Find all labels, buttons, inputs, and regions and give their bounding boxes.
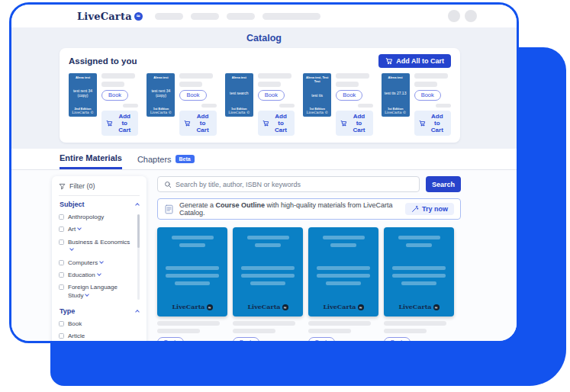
cover-text-placeholder [392,274,446,278]
book-cover-thumbnail[interactable]: Alena test test search 1st Edition LiveC… [225,73,253,117]
livecarta-mark-icon: ≈ [207,304,213,310]
checkbox[interactable] [59,333,64,339]
tab-entire-materials[interactable]: Entire Materials [60,153,122,169]
window-controls [448,10,477,22]
text-placeholder [233,329,275,333]
catalog-section: Catalog Assigned to you Add All to Cart [11,27,517,149]
catalog-main-panel: Search Generate a Course Outline with hi… [157,176,461,341]
cover-author: Alena test [232,76,246,79]
add-to-cart-button[interactable]: Add to Cart [336,111,372,136]
subject-filter-option[interactable]: Computers [59,259,134,267]
chevron-down-icon[interactable] [99,259,104,264]
text-placeholder [279,104,295,108]
section-title: Type [60,307,75,315]
subject-filter-option[interactable]: Education [59,272,134,279]
add-to-cart-button[interactable]: Add to Cart [101,111,138,136]
assigned-title: Assigned to you [69,56,137,66]
checkbox[interactable] [59,284,64,290]
assigned-item: Alena test test tts 27.13 1st Edition Li… [382,73,451,136]
livecarta-mark-icon: ≈ [282,304,288,310]
cover-text-placeholder [317,274,370,278]
book-type-badge: Book [157,337,184,341]
checkbox[interactable] [59,227,64,232]
subject-filter-option[interactable]: Art [59,226,134,233]
text-placeholder [101,82,124,87]
content-area: Filter (0) Subject Anthropology Art [11,170,517,341]
cover-text-placeholder [317,266,370,270]
type-section-header[interactable]: Type [60,307,139,315]
checkbox[interactable] [59,321,64,326]
text-placeholder [414,73,448,79]
text-placeholder [436,104,451,108]
tab-chapters[interactable]: Chapters Beta [137,153,195,169]
add-to-cart-button[interactable]: Add to Cart [258,111,295,136]
add-to-cart-button[interactable]: Add to Cart [179,111,216,136]
book-card: LiveCarta≈ Book [233,227,303,341]
type-filter-option[interactable]: Book [59,320,140,328]
subject-filter-option[interactable]: Anthropology [59,214,134,221]
cover-title: test rent 34 (copy) [70,88,95,98]
checkbox[interactable] [59,214,64,220]
chevron-down-icon[interactable] [97,272,101,276]
subject-filter-option[interactable]: Business & Economics [59,239,134,255]
filter-option-label: Computers [68,259,103,267]
cover-author: Alena test [76,76,90,79]
add-to-cart-label: Add to Cart [115,113,134,133]
cart-icon [385,57,393,65]
chevron-down-icon[interactable] [77,227,82,231]
text-placeholder [157,329,200,333]
tab-label: Entire Materials [60,153,122,162]
add-all-to-cart-button[interactable]: Add All to Cart [378,54,451,68]
text-placeholder [358,104,373,108]
subject-filter-option[interactable]: Foreign Language Study [59,284,134,300]
cover-title: test tts 27.13 [385,91,407,95]
scrollbar-thumb[interactable] [137,214,140,248]
cover-brand: LiveCarta © [385,111,406,114]
filter-toggle[interactable]: Filter (0) [59,182,140,196]
scrollbar[interactable] [137,214,140,300]
text-placeholder [384,329,427,333]
assigned-item: Alena test test rent 34 (copy) 1st Editi… [147,73,216,136]
text-placeholder [336,73,369,79]
chevron-down-icon[interactable] [69,246,74,251]
try-now-label: Try now [422,205,448,213]
book-cover[interactable]: LiveCarta≈ [157,227,227,316]
browser-window: LiveCarta ≈ Catalog Assigned to you [9,2,519,343]
banner-text: Generate a Course Outline with high-qual… [179,201,400,217]
search-icon [164,181,172,188]
book-cover-thumbnail[interactable]: Alena test test tts 27.13 1st Edition Li… [382,73,410,117]
section-title: Subject [60,201,85,208]
filter-icon [59,183,66,190]
book-cover-thumbnail[interactable]: Alena test test rent 34 (copy) 2nd Editi… [69,73,97,117]
assigned-item: Alena test test search 1st Edition LiveC… [225,73,295,136]
book-cover[interactable]: LiveCarta≈ [308,227,378,316]
type-filter-list: Book Article Bundle Course outline [59,320,140,341]
assigned-items-row: Alena test test rent 34 (copy) 2nd Editi… [69,73,451,136]
try-now-button[interactable]: Try now [405,203,454,215]
cart-icon [184,120,191,127]
chevron-down-icon[interactable] [85,292,90,297]
filter-option-label: Foreign Language Study [68,284,134,300]
search-button[interactable]: Search [426,176,461,192]
checkbox[interactable] [59,272,64,278]
text-placeholder [308,321,371,326]
cover-text-placeholder [241,266,295,270]
cover-title: test rent 34 (copy) [148,88,173,98]
book-cover-thumbnail[interactable]: Alena test test rent 34 (copy) 1st Editi… [147,73,175,117]
filter-label: Filter (0) [69,182,95,190]
subject-section-header[interactable]: Subject [60,201,139,208]
tab-label: Chapters [137,155,172,164]
filter-option-label: Art [68,226,81,233]
search-input[interactable] [176,181,413,188]
book-cover[interactable]: LiveCarta≈ [233,227,303,316]
checkbox[interactable] [59,260,64,265]
cover-title: test search [230,91,248,95]
type-filter-option[interactable]: Article [59,333,140,340]
cover-text-placeholder [241,274,295,278]
checkbox[interactable] [59,239,64,245]
book-cover[interactable]: LiveCarta≈ [384,227,454,316]
book-cover-thumbnail[interactable]: Alena test, Test Test test tts 1st Editi… [303,73,331,117]
add-to-cart-button[interactable]: Add to Cart [414,111,451,136]
chevron-up-icon [135,203,140,207]
book-type-badge: Book [414,90,441,101]
